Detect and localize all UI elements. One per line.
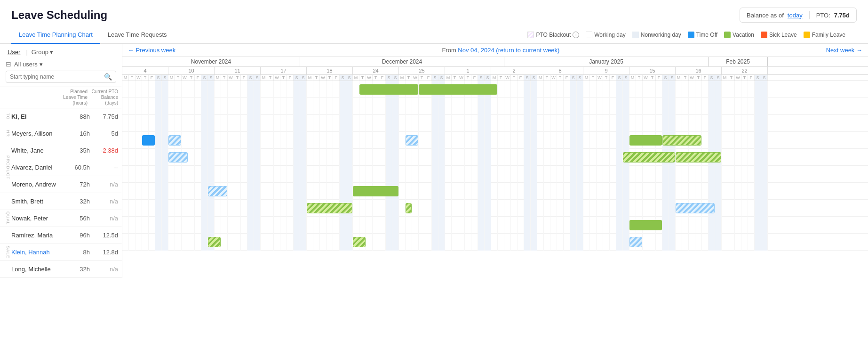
gantt-cell — [709, 132, 715, 149]
gantt-cell — [682, 217, 689, 234]
gantt-cell — [478, 183, 485, 200]
table-row[interactable]: QUALNowak, Peter56hn/a — [0, 210, 122, 227]
gantt-cell — [728, 183, 735, 200]
search-input[interactable] — [10, 73, 102, 80]
gantt-cell — [662, 217, 669, 234]
table-row[interactable]: Ramirez, Maria96h12.5d — [0, 227, 122, 244]
user-tab[interactable]: User — [6, 48, 22, 57]
gantt-cell — [326, 166, 333, 183]
gantt-cell — [583, 183, 590, 200]
gantt-cell — [373, 234, 379, 251]
gantt-cell — [689, 166, 695, 183]
from-date-link[interactable]: Nov 04, 2024 — [458, 47, 494, 54]
gantt-cell — [741, 132, 748, 149]
gantt-cell — [168, 98, 175, 115]
gantt-cell — [234, 115, 241, 132]
today-link[interactable]: today — [788, 12, 803, 19]
gantt-cell — [241, 81, 247, 98]
gantt-cell — [366, 132, 373, 149]
gantt-cell — [425, 217, 432, 234]
gantt-cell — [643, 115, 649, 132]
gantt-cell — [366, 217, 373, 234]
legend-label-nonworking-day: Nonworking day — [641, 32, 681, 38]
day-header-cell: T — [511, 75, 518, 81]
next-week-btn[interactable]: Next week → — [826, 47, 862, 54]
user-name[interactable]: Klein, Hannah — [11, 249, 62, 256]
group-btn[interactable]: Group ▾ — [32, 49, 53, 56]
nav-center: From Nov 04, 2024 (return to current wee… — [442, 47, 559, 54]
gantt-cell — [168, 234, 175, 251]
gantt-cell — [373, 149, 379, 166]
gantt-cell — [452, 115, 458, 132]
gantt-cell — [432, 98, 438, 115]
tab-chart[interactable]: Leave Time Planning Chart — [11, 26, 100, 44]
gantt-cell — [511, 98, 518, 115]
gantt-cell — [662, 132, 669, 149]
gantt-cell — [155, 115, 162, 132]
gantt-cell — [597, 98, 603, 115]
gantt-cell — [425, 166, 432, 183]
gantt-cell — [445, 200, 452, 217]
gantt-cell — [168, 81, 175, 98]
gantt-cell — [359, 132, 366, 149]
gantt-cell — [616, 200, 623, 217]
gantt-cell — [353, 200, 359, 217]
info-icon[interactable]: i — [573, 32, 579, 38]
gantt-cell — [188, 149, 195, 166]
prev-week-btn[interactable]: ← Previous week — [128, 47, 175, 54]
gantt-cell — [597, 183, 603, 200]
table-row[interactable]: Long, Michelle32hn/a — [0, 261, 122, 278]
gantt-cell — [274, 81, 280, 98]
gantt-cell — [504, 217, 511, 234]
gantt-cell — [221, 149, 228, 166]
gantt-cell — [386, 217, 392, 234]
gantt-cell — [531, 217, 537, 234]
gantt-cell — [524, 149, 531, 166]
gantt-cell — [531, 166, 537, 183]
gantt-cell — [695, 183, 702, 200]
gantt-cell — [748, 132, 755, 149]
tab-requests[interactable]: Leave Time Requests — [100, 26, 175, 44]
gantt-cell — [201, 183, 208, 200]
gantt-cell — [715, 81, 722, 98]
gantt-cell — [761, 183, 768, 200]
table-row[interactable]: Smith, Brett32hn/a — [0, 193, 122, 210]
table-row[interactable]: HRMeyers, Allison16h5d — [0, 125, 122, 142]
gantt-cell — [524, 183, 531, 200]
gantt-cell — [353, 115, 359, 132]
gantt-cell — [201, 115, 208, 132]
gantt-cell — [643, 166, 649, 183]
gantt-cell — [583, 200, 590, 217]
gantt-cell — [676, 200, 682, 217]
table-row[interactable]: SALEKlein, Hannah8h12.8d — [0, 244, 122, 261]
gantt-cell — [643, 98, 649, 115]
day-header-cell: F — [333, 75, 340, 81]
gantt-cell — [129, 200, 135, 217]
gantt-cell — [122, 132, 129, 149]
gantt-cell — [419, 81, 425, 98]
all-users-filter[interactable]: All users ▾ — [14, 61, 43, 68]
gantt-cell — [359, 200, 366, 217]
return-link[interactable]: (return to current week) — [496, 47, 559, 54]
gantt-cell — [709, 217, 715, 234]
gantt-cell — [695, 200, 702, 217]
day-header-cell: T — [682, 75, 689, 81]
gantt-cell — [412, 81, 419, 98]
gantt-cell — [406, 132, 412, 149]
gantt-cell — [221, 183, 228, 200]
gantt-cell — [182, 98, 188, 115]
table-row[interactable]: PRODUCTAlvarez, Daniel60.5h-- — [0, 159, 122, 176]
table-row[interactable]: White, Jane35h-2.38d — [0, 142, 122, 159]
gantt-cell — [636, 81, 643, 98]
gantt-cell — [478, 200, 485, 217]
gantt-cell — [346, 217, 353, 234]
gantt-cell — [695, 81, 702, 98]
gantt-cell — [149, 217, 155, 234]
table-row[interactable]: TOKl, El88h7.75d — [0, 108, 122, 125]
gantt-cell — [728, 115, 735, 132]
gantt-cell — [445, 234, 452, 251]
table-row[interactable]: Moreno, Andrew72hn/a — [0, 176, 122, 193]
day-header-cell: W — [366, 75, 373, 81]
search-box[interactable]: 🔍 — [6, 71, 116, 83]
day-header-cell: F — [195, 75, 201, 81]
